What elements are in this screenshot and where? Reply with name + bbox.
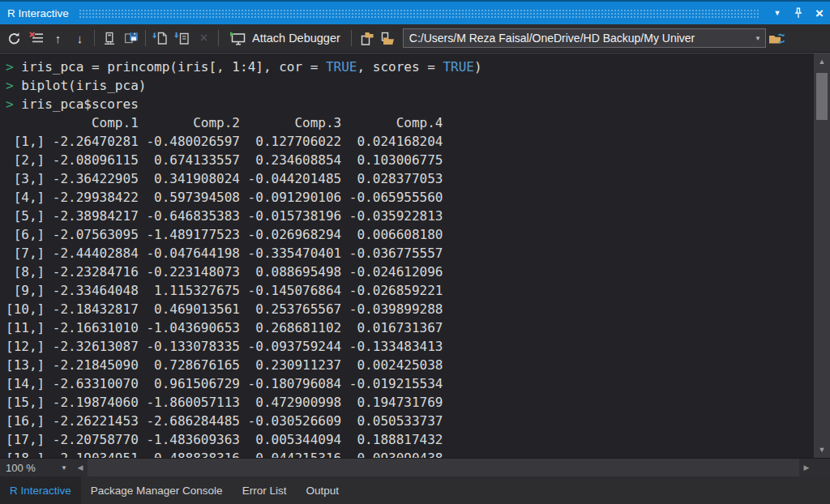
console-command-line: > iris_pca = princomp(iris[, 1:4], cor =… [6,58,830,76]
console-matrix-row: [2,] -2.08096115 0.674133557 0.234608854… [6,151,830,169]
open-in-editor-icon [358,32,374,45]
console-matrix-row: [7,] -2.44402884 -0.047644198 -0.3354704… [6,244,830,263]
zoom-level-value: 100 % [6,462,36,474]
reset-button[interactable] [3,28,25,49]
attach-debugger-label: Attach Debugger [252,32,340,45]
console-matrix-row: [4,] -2.29938422 0.597394508 -0.09129010… [6,188,830,207]
combobox-dropdown-icon[interactable]: ▼ [751,35,761,42]
window-title: R Interactive [0,7,69,19]
close-icon[interactable]: × [809,4,830,22]
console-matrix-row: [11,] -2.16631010 -1.043690653 0.2686811… [6,318,830,337]
working-directory-path: C:/Users/M Reza Faisal/OneDrive/HD Backu… [409,32,751,45]
console-matrix-row: [13,] -2.21845090 0.728676165 0.23091123… [6,356,830,374]
open-script-icon [152,32,168,45]
console-matrix-row: [6,] -2.07563095 -1.489177523 -0.0269682… [6,225,830,244]
clear-all-icon [29,32,44,45]
tab-r-interactive[interactable]: R Interactive [0,476,81,504]
attach-debugger-button[interactable]: Attach Debugger [222,28,348,49]
pin-icon[interactable] [788,4,809,22]
reset-icon [7,32,21,45]
toolbar-separator [145,30,146,46]
working-directory-folder-button[interactable] [377,28,399,49]
down-arrow-icon: ↓ [77,32,83,45]
history-previous-button[interactable]: ↑ [47,28,69,49]
tab-package-manager-console[interactable]: Package Manager Console [81,476,233,504]
tab-label: Error List [242,485,287,497]
tab-error-list[interactable]: Error List [233,476,297,504]
sync-working-directory-icon [768,32,785,45]
r-interactive-tool-window: R Interactive ▼ × ↑ ↓ [0,0,830,504]
scroll-right-icon[interactable]: ▶ [799,459,814,476]
console-command-line: > biplot(iris_pca) [6,76,830,95]
tab-label: Output [306,485,339,497]
clear-all-button[interactable] [25,28,47,49]
toolbar-separator [351,30,352,46]
toolbar-separator [218,30,219,46]
sync-working-directory-button[interactable] [766,28,788,49]
scroll-down-icon[interactable]: ▼ [814,443,830,456]
tool-window-tabbar: R Interactive Package Manager Console Er… [0,476,830,504]
console-matrix-row: [3,] -2.36422905 0.341908024 -0.04420148… [6,169,830,188]
console-matrix-row: [1,] -2.26470281 -0.480026597 0.12770602… [6,132,830,151]
scroll-up-icon[interactable]: ▲ [814,55,830,68]
tab-label: R Interactive [10,485,71,497]
zoom-dropdown-icon[interactable]: ▼ [61,464,67,472]
horizontal-scroll-strip: 100 % ▼ ◀ ▶ [0,458,830,476]
titlebar[interactable]: R Interactive ▼ × [0,0,830,24]
delete-button[interactable]: × [193,28,215,49]
console-matrix-row: [8,] -2.23284716 -0.223148073 0.08869549… [6,263,830,281]
up-arrow-icon: ↑ [55,32,62,45]
console-matrix-row: [5,] -2.38984217 -0.646835383 -0.0157381… [6,207,830,225]
tab-output[interactable]: Output [296,476,349,504]
console-matrix-row: [10,] -2.18432817 0.469013561 0.25376556… [6,300,830,318]
titlebar-drag-grip[interactable] [79,9,759,19]
open-script-button[interactable] [149,28,171,49]
console-matrix-row: [16,] -2.26221453 -2.686284485 -0.030526… [6,412,830,430]
console-output: > iris_pca = princomp(iris[, 1:4], cor =… [0,53,830,458]
vertical-scrollbar-thumb[interactable] [816,73,828,120]
console[interactable]: > iris_pca = princomp(iris[, 1:4], cor =… [0,53,830,458]
vertical-scrollbar[interactable]: ▲ ▼ [814,53,830,458]
zoom-level-dropdown[interactable]: 100 % ▼ [0,459,73,476]
horizontal-scrollbar-track[interactable] [88,459,799,476]
history-next-button[interactable]: ↓ [69,28,91,49]
toolbar: ↑ ↓ × Attach Debugger C:/Users/M Rez [0,24,830,53]
scroll-left-icon[interactable]: ◀ [73,459,88,476]
working-directory-combobox[interactable]: C:/Users/M Reza Faisal/OneDrive/HD Backu… [403,28,766,48]
open-in-editor-button[interactable] [355,28,377,49]
tab-label: Package Manager Console [91,485,223,497]
working-directory-folder-icon [380,32,396,45]
console-matrix-row: [17,] -2.20758770 -1.483609363 0.0053440… [6,430,830,449]
console-matrix-row: [18,] -2.19034951 -0.488838316 0.0442153… [6,449,830,458]
save-commands-icon [174,32,190,45]
console-command-line: > iris_pca$scores [6,95,830,113]
window-position-menu-icon[interactable]: ▼ [767,4,788,22]
attach-debugger-icon [229,32,246,45]
console-matrix-header: Comp.1 Comp.2 Comp.3 Comp.4 [6,113,830,132]
console-matrix-row: [15,] -2.19874060 -1.860057113 0.4729009… [6,393,830,412]
save-workspace-icon [124,32,139,45]
save-workspace-button[interactable] [120,28,142,49]
delete-icon: × [200,32,208,45]
console-matrix-row: [14,] -2.63310070 0.961506729 -0.1807960… [6,374,830,393]
load-workspace-button[interactable] [98,28,120,49]
save-commands-button[interactable] [171,28,193,49]
toolbar-separator [94,30,95,46]
console-matrix-row: [12,] -2.32613087 -0.133078335 -0.093759… [6,337,830,356]
console-matrix-row: [9,] -2.33464048 1.115327675 -0.14507686… [6,281,830,300]
load-workspace-icon [103,32,116,45]
scrollbar-corner [814,459,830,476]
